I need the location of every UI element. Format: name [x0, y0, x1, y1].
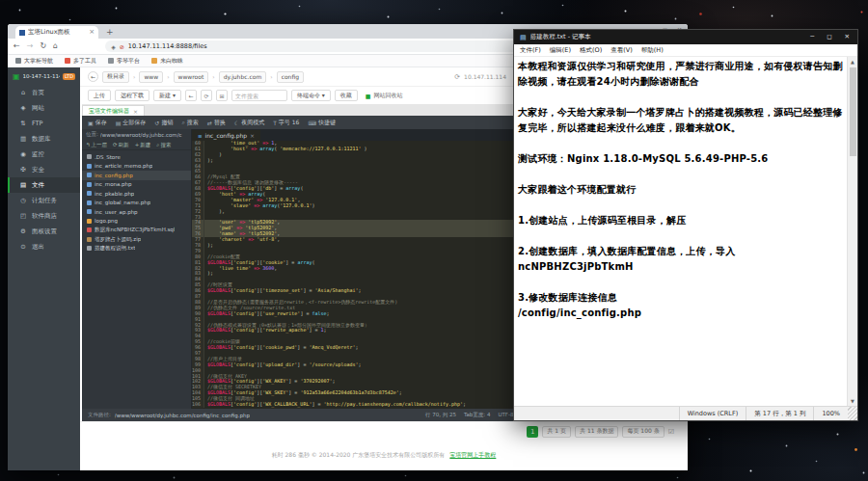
reload-icon[interactable]: ↻ — [40, 42, 46, 50]
notepad-text-area[interactable]: 本教程和资源仅供学习和研究使用，严禁进行商业用途，如有侵权请告知删除视频，请在观… — [514, 57, 847, 406]
toolbar-button[interactable]: 收藏 — [335, 90, 358, 101]
editor-strip-tab[interactable]: 宝塔文件编辑器 × — [82, 105, 145, 116]
scrollbar-thumb[interactable] — [850, 67, 856, 156]
code-text: 'live_time' => 3600, — [204, 266, 277, 272]
pagination-item[interactable]: 每页 100 条 — [622, 426, 664, 438]
file-search-input[interactable] — [231, 90, 287, 101]
toolbar-back-icon[interactable]: ← — [185, 90, 197, 101]
select-all-checkbox[interactable]: ☑ — [668, 428, 674, 436]
file-row[interactable]: inc_config.php — [82, 171, 191, 180]
editor-tool-撤销[interactable]: ↺撤销 — [154, 119, 173, 127]
toolbar-button[interactable]: 上传 — [88, 90, 111, 101]
sidebar-item-安全[interactable]: ✠安全 — [8, 162, 80, 177]
file-action-刷新[interactable]: ⟳刷新 — [113, 142, 129, 148]
sidebar-item-软件商店[interactable]: ◰软件商店 — [8, 208, 80, 224]
shield-icon[interactable]: ◈ — [111, 43, 116, 50]
bt-logo[interactable]: ▣ 10-147-11-114 LTD — [8, 67, 80, 85]
toolbar-grid-icon[interactable]: ⊞ — [216, 90, 228, 101]
bookmark-item[interactable]: 大掌柜导航 — [15, 57, 53, 66]
sidebar-item-面板设置[interactable]: ⚙面板设置 — [8, 224, 80, 239]
cursor-position: 行 70, 列 25 — [425, 412, 456, 418]
menu-文[interactable]: 文件(F) — [520, 46, 541, 55]
file-action-新建[interactable]: +新建 — [135, 142, 151, 148]
file-row[interactable]: .DS_Store — [82, 152, 191, 162]
breadcrumb-back-button[interactable]: ← — [88, 71, 98, 82]
menu-帮[interactable]: 帮助(H) — [641, 46, 664, 55]
tab-close-icon[interactable]: × — [89, 29, 95, 36]
editor-tool-icon: ▣ — [88, 120, 94, 126]
file-row[interactable]: inc_user_ap.php — [82, 207, 191, 217]
new-tab-button[interactable]: + — [106, 26, 114, 39]
breadcrumb-segment[interactable]: dy.juhbc.com — [219, 71, 267, 83]
file-action-搜索[interactable]: ⌕搜索 — [156, 142, 171, 148]
forward-icon[interactable]: → — [27, 42, 34, 50]
sidebar-item-网站[interactable]: ◈网站 — [8, 100, 80, 116]
menu-编[interactable]: 编辑(E) — [550, 46, 571, 55]
file-row[interactable]: logo.png — [82, 217, 191, 227]
notepad-titlebar[interactable]: ▤ 搭建教程.txt - 记事本 ─◻✕ — [514, 30, 857, 44]
pagination-item[interactable]: 共 1 页 — [542, 426, 571, 438]
file-row[interactable]: inc_mona.php — [82, 180, 191, 190]
bt-sidebar-menu: ⌂首页◈网站⇅FTP▥数据库◉监控✠安全▤文件◷计划任务◰软件商店⚙面板设置⊙退… — [8, 85, 80, 254]
editor-tool-保存[interactable]: ▣保存 — [88, 119, 107, 127]
maximize-icon[interactable]: ◻ — [827, 34, 831, 40]
notepad-scrollbar[interactable]: ▲ ▼ — [847, 57, 857, 406]
sidebar-item-数据库[interactable]: ▥数据库 — [8, 131, 80, 147]
home-icon[interactable]: ⌂ — [53, 42, 58, 50]
bookmark-item[interactable]: 零琴平台 — [108, 57, 140, 66]
file-row[interactable]: inc_article_memo.php — [82, 162, 191, 172]
scroll-up-icon[interactable]: ▲ — [851, 57, 854, 67]
scroll-down-icon[interactable]: ▼ — [851, 396, 854, 406]
toolbar-button[interactable]: 终端命令 ▾ — [291, 90, 331, 101]
page-button[interactable]: 1 — [527, 426, 538, 438]
code-area[interactable]: 60 'time_out' => 1,61 'host' => array( '… — [192, 141, 524, 409]
file-row[interactable]: 数据库ncNPBHZC3jPbTkmH.sql — [82, 226, 191, 235]
sidebar-item-label: 计划任务 — [32, 197, 57, 205]
file-path: /www/wwwroot/dy.juhbc.com/config/inc_con… — [115, 413, 250, 418]
editor-tool-夜间模式[interactable]: ☾夜间模式 — [234, 119, 264, 127]
resize-grip[interactable] — [848, 407, 857, 420]
sidebar-item-首页[interactable]: ⌂首页 — [8, 85, 80, 100]
bookmark-item[interactable]: 多了工具 — [65, 57, 96, 66]
toolbar-button[interactable]: 远程下载 — [115, 90, 149, 101]
file-row[interactable]: inc_global_name.php — [82, 199, 191, 208]
editor-tool-字号 16[interactable]: T字号 16 — [273, 119, 299, 127]
sidebar-item-FTP[interactable]: ⇅FTP — [8, 116, 80, 131]
breadcrumb-segment[interactable]: wwwroot — [174, 71, 209, 83]
minimize-icon[interactable]: ─ — [810, 34, 814, 40]
editor-tool-替换[interactable]: ⇄替换 — [207, 119, 226, 127]
editor-tool-全部保存[interactable]: ▤全部保存 — [116, 119, 147, 127]
sidebar-item-退出[interactable]: ⊙退出 — [8, 239, 80, 254]
close-icon[interactable]: ✕ — [845, 34, 850, 40]
browser-tab[interactable]: 宝塔Linux面板 × — [15, 26, 98, 39]
editor-tab[interactable]: ≡ inc_config.php × — [192, 130, 260, 141]
back-icon[interactable]: ← — [14, 42, 20, 50]
file-row[interactable]: 塔罗牌占卜源码.zip — [82, 235, 191, 245]
menu-查[interactable]: 查看(V) — [610, 46, 633, 55]
menu-格[interactable]: 格式(O) — [580, 46, 602, 55]
footer-link[interactable]: 宝塔官网上手教程 — [449, 451, 496, 460]
sidebar-item-监控[interactable]: ◉监控 — [8, 147, 80, 162]
breadcrumb-segment[interactable]: config — [277, 71, 304, 83]
editor-tool-快捷键[interactable]: ⌨快捷键 — [308, 119, 336, 127]
recycle-bin-toggle[interactable]: ■网站回收站 — [366, 92, 403, 100]
sidebar-item-计划任务[interactable]: ◷计划任务 — [8, 193, 80, 208]
toolbar-refresh-icon[interactable]: ⟳ — [201, 90, 212, 101]
breadcrumb-segment[interactable]: www — [139, 71, 163, 83]
pagination-item[interactable]: 共 11 条数据 — [575, 426, 618, 438]
bookmark-item[interactable]: 来白蜘蛛 — [151, 57, 183, 66]
url-text[interactable]: 10.147.11.114:8888/files — [128, 42, 207, 50]
toolbar-button[interactable]: 新建 ▾ — [153, 90, 181, 101]
notepad-text-line — [518, 167, 843, 182]
file-row[interactable]: inc_pkable.php — [82, 189, 191, 199]
refresh-icon[interactable]: ⟳ — [454, 73, 460, 81]
breadcrumb-segment[interactable]: 根目录 — [102, 71, 129, 83]
editor-tool-搜索[interactable]: ⌕搜索 — [181, 119, 198, 127]
file-row[interactable]: 搭建教程说明.txt — [82, 244, 191, 254]
file-action-上一层[interactable]: ↰上一层 — [86, 142, 107, 148]
editor-strip-close-icon[interactable]: × — [133, 108, 138, 115]
file-action-icon: ↰ — [86, 142, 91, 147]
editor-tab-close-icon[interactable]: × — [250, 132, 255, 139]
breadcrumb-separator: › — [133, 73, 135, 80]
sidebar-item-文件[interactable]: ▤文件 — [8, 177, 80, 193]
